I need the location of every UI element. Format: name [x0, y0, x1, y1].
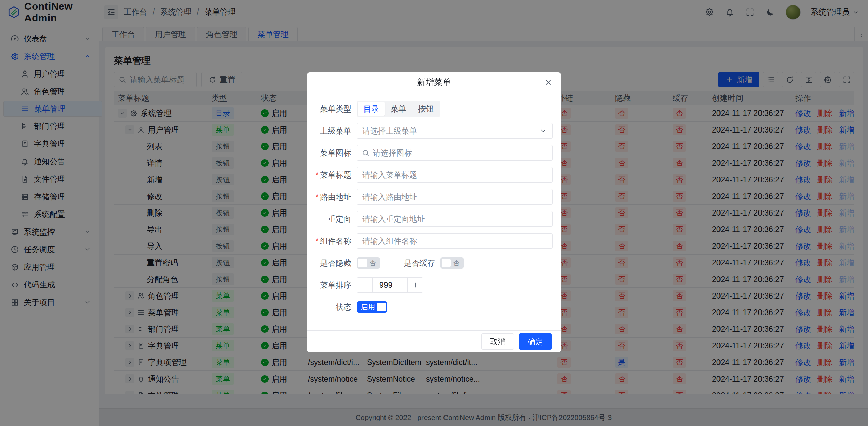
- menu-icon-picker[interactable]: [357, 145, 553, 161]
- menu-type-radio-group: 目录 菜单 按钮: [357, 101, 440, 117]
- radio-option-directory[interactable]: 目录: [358, 102, 385, 116]
- parent-menu-label: 上级菜单: [315, 126, 351, 136]
- radio-option-menu[interactable]: 菜单: [385, 102, 412, 116]
- sort-label: 菜单排序: [315, 280, 351, 290]
- hide-switch-label: 是否隐藏: [315, 258, 351, 268]
- radio-option-button[interactable]: 按钮: [412, 102, 439, 116]
- hide-switch-value: 否: [369, 258, 376, 268]
- sort-stepper: 999: [357, 277, 423, 293]
- field-status: 状态 启用: [315, 299, 553, 315]
- minus-icon[interactable]: [357, 278, 372, 292]
- status-switch-value: 启用: [361, 302, 375, 312]
- hide-switch[interactable]: 否: [357, 257, 380, 269]
- field-sort: 菜单排序 999: [315, 277, 553, 293]
- switch-knob: [358, 259, 367, 267]
- component-input[interactable]: [357, 233, 553, 249]
- modal-body: 菜单类型 目录 菜单 按钮 上级菜单 请选择上级菜单 菜单图标: [307, 92, 561, 330]
- modal-footer: 取消 确定: [307, 330, 561, 352]
- plus-icon[interactable]: [408, 278, 423, 292]
- cache-switch-value: 否: [453, 258, 460, 268]
- add-menu-modal: 新增菜单 菜单类型 目录 菜单 按钮 上级菜单 请选择上级菜单: [307, 72, 561, 352]
- status-label: 状态: [315, 302, 351, 312]
- parent-menu-placeholder: 请选择上级菜单: [362, 126, 417, 136]
- switch-knob: [442, 259, 451, 267]
- field-redirect: 重定向: [315, 211, 553, 227]
- search-icon: [362, 149, 370, 157]
- field-switches: 是否隐藏 否 是否缓存 否: [315, 255, 553, 271]
- menu-type-label: 菜单类型: [315, 104, 351, 114]
- redirect-input[interactable]: [357, 211, 553, 227]
- sort-value[interactable]: 999: [372, 278, 408, 292]
- component-label: 组件名称: [315, 236, 351, 246]
- field-route: 路由地址: [315, 189, 553, 205]
- chevron-down-icon: [539, 127, 547, 135]
- modal-title: 新增菜单: [417, 77, 451, 88]
- status-switch[interactable]: 启用: [357, 301, 387, 313]
- route-input[interactable]: [357, 189, 553, 205]
- cache-switch-label: 是否缓存: [404, 258, 435, 268]
- menu-icon-label: 菜单图标: [315, 148, 351, 158]
- menu-icon-input[interactable]: [373, 148, 548, 158]
- route-label: 路由地址: [315, 192, 351, 202]
- field-parent-menu: 上级菜单 请选择上级菜单: [315, 123, 553, 139]
- confirm-button[interactable]: 确定: [519, 333, 552, 350]
- cancel-button[interactable]: 取消: [481, 333, 514, 350]
- field-menu-icon: 菜单图标: [315, 145, 553, 161]
- switch-knob: [377, 303, 386, 311]
- redirect-label: 重定向: [315, 214, 351, 224]
- close-icon[interactable]: [544, 78, 553, 87]
- cache-switch[interactable]: 否: [440, 257, 464, 269]
- field-menu-type: 菜单类型 目录 菜单 按钮: [315, 101, 553, 117]
- field-menu-title: 菜单标题: [315, 167, 553, 183]
- menu-title-label: 菜单标题: [315, 170, 351, 180]
- field-component: 组件名称: [315, 233, 553, 249]
- modal-header: 新增菜单: [307, 72, 561, 92]
- parent-menu-select[interactable]: 请选择上级菜单: [357, 123, 553, 139]
- menu-title-input[interactable]: [357, 167, 553, 183]
